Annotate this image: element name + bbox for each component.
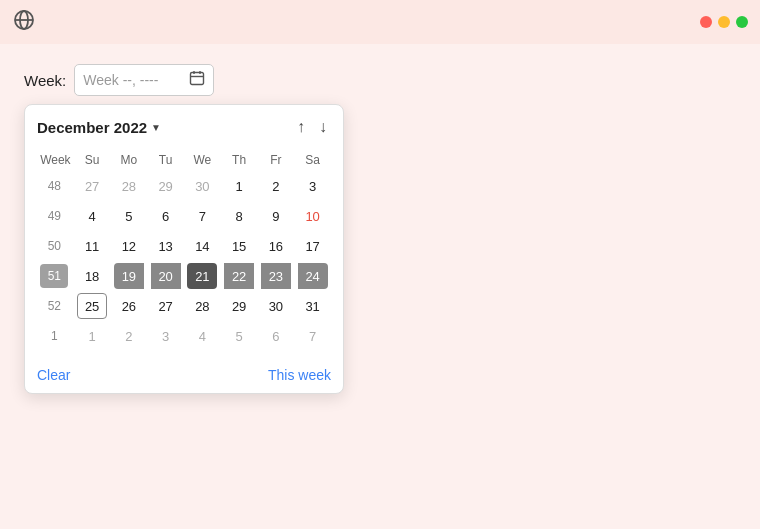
- calendar-popup: December 2022 ▼ ↑ ↓ Week Su Mo Tu We Th …: [24, 104, 344, 394]
- calendar-day[interactable]: 17: [294, 231, 331, 261]
- calendar-day[interactable]: 2: [111, 321, 148, 351]
- calendar-day[interactable]: 11: [74, 231, 111, 261]
- calendar-day[interactable]: 21: [184, 261, 221, 291]
- calendar-day[interactable]: 6: [258, 321, 295, 351]
- this-week-button[interactable]: This week: [268, 367, 331, 383]
- month-year-label: December 2022: [37, 119, 147, 136]
- calendar-day[interactable]: 5: [221, 321, 258, 351]
- col-header-sa: Sa: [294, 149, 331, 171]
- calendar-day[interactable]: 1: [74, 321, 111, 351]
- calendar-row[interactable]: 11234567: [37, 321, 331, 351]
- col-header-su: Su: [74, 149, 111, 171]
- week-number[interactable]: 51: [37, 261, 74, 291]
- col-header-tu: Tu: [147, 149, 184, 171]
- window-controls: [700, 16, 748, 28]
- calendar-day[interactable]: 10: [294, 201, 331, 231]
- maximize-button[interactable]: [736, 16, 748, 28]
- calendar-day[interactable]: 3: [294, 171, 331, 201]
- calendar-day[interactable]: 29: [221, 291, 258, 321]
- calendar-day[interactable]: 28: [111, 171, 148, 201]
- calendar-day[interactable]: 9: [258, 201, 295, 231]
- calendar-nav: ↑ ↓: [293, 117, 331, 137]
- week-input-row: Week: Week --, ----: [24, 64, 736, 96]
- col-header-th: Th: [221, 149, 258, 171]
- calendar-day[interactable]: 8: [221, 201, 258, 231]
- calendar-day[interactable]: 5: [111, 201, 148, 231]
- calendar-day[interactable]: 19: [111, 261, 148, 291]
- calendar-day[interactable]: 14: [184, 231, 221, 261]
- calendar-row[interactable]: 5118192021222324: [37, 261, 331, 291]
- calendar-day[interactable]: 7: [184, 201, 221, 231]
- calendar-day[interactable]: 4: [74, 201, 111, 231]
- calendar-day[interactable]: 16: [258, 231, 295, 261]
- calendar-day[interactable]: 7: [294, 321, 331, 351]
- week-number[interactable]: 52: [37, 291, 74, 321]
- calendar-day[interactable]: 22: [221, 261, 258, 291]
- week-label: Week:: [24, 72, 66, 89]
- main-content: Week: Week --, ---- December 2022 ▼ ↑: [0, 44, 760, 414]
- calendar-row[interactable]: 4945678910: [37, 201, 331, 231]
- calendar-col-headers: Week Su Mo Tu We Th Fr Sa: [37, 149, 331, 171]
- calendar-day[interactable]: 23: [258, 261, 295, 291]
- calendar-day[interactable]: 31: [294, 291, 331, 321]
- week-number[interactable]: 50: [37, 231, 74, 261]
- calendar-day[interactable]: 18: [74, 261, 111, 291]
- nav-up-button[interactable]: ↑: [293, 117, 309, 137]
- calendar-day[interactable]: 15: [221, 231, 258, 261]
- week-number[interactable]: 1: [37, 321, 74, 351]
- col-header-mo: Mo: [111, 149, 148, 171]
- calendar-day[interactable]: 20: [147, 261, 184, 291]
- calendar-day[interactable]: 27: [147, 291, 184, 321]
- calendar-day[interactable]: 26: [111, 291, 148, 321]
- week-number[interactable]: 49: [37, 201, 74, 231]
- calendar-day[interactable]: 30: [258, 291, 295, 321]
- chevron-down-icon: ▼: [151, 122, 161, 133]
- week-input-value: Week --, ----: [83, 72, 183, 88]
- calendar-month-title[interactable]: December 2022 ▼: [37, 119, 161, 136]
- calendar-day[interactable]: 4: [184, 321, 221, 351]
- calendar-footer: Clear This week: [37, 361, 331, 383]
- calendar-day[interactable]: 1: [221, 171, 258, 201]
- minimize-button[interactable]: [718, 16, 730, 28]
- calendar-row[interactable]: 4827282930123: [37, 171, 331, 201]
- week-number[interactable]: 48: [37, 171, 74, 201]
- calendar-grid: Week Su Mo Tu We Th Fr Sa 48272829301234…: [37, 149, 331, 351]
- calendar-day[interactable]: 29: [147, 171, 184, 201]
- calendar-day[interactable]: 3: [147, 321, 184, 351]
- svg-rect-3: [191, 73, 204, 85]
- col-header-week: Week: [37, 149, 74, 171]
- titlebar: [0, 0, 760, 44]
- calendar-day[interactable]: 12: [111, 231, 148, 261]
- week-input-container[interactable]: Week --, ----: [74, 64, 214, 96]
- col-header-fr: Fr: [258, 149, 295, 171]
- col-header-we: We: [184, 149, 221, 171]
- calendar-day[interactable]: 6: [147, 201, 184, 231]
- calendar-day[interactable]: 28: [184, 291, 221, 321]
- calendar-day[interactable]: 24: [294, 261, 331, 291]
- calendar-day[interactable]: 30: [184, 171, 221, 201]
- calendar-day[interactable]: 27: [74, 171, 111, 201]
- calendar-day[interactable]: 13: [147, 231, 184, 261]
- calendar-row[interactable]: 5011121314151617: [37, 231, 331, 261]
- calendar-toggle-icon[interactable]: [189, 70, 205, 90]
- calendar-header: December 2022 ▼ ↑ ↓: [37, 117, 331, 137]
- calendar-row[interactable]: 5225262728293031: [37, 291, 331, 321]
- globe-icon: [12, 8, 36, 36]
- calendar-day[interactable]: 2: [258, 171, 295, 201]
- clear-button[interactable]: Clear: [37, 367, 70, 383]
- nav-down-button[interactable]: ↓: [315, 117, 331, 137]
- calendar-day[interactable]: 25: [74, 291, 111, 321]
- close-button[interactable]: [700, 16, 712, 28]
